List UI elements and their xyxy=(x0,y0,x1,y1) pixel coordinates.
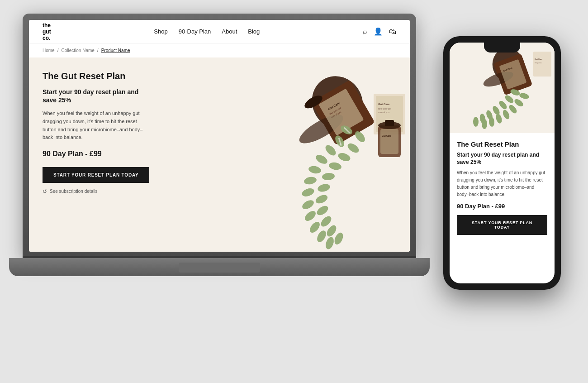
logo: the gut co. xyxy=(43,22,51,41)
svg-rect-43 xyxy=(380,129,398,154)
hero-desc: When you feel the weight of an unhappy g… xyxy=(43,110,151,141)
breadcrumb-product[interactable]: Product Name xyxy=(101,48,130,53)
user-icon[interactable]: 👤 xyxy=(374,27,383,36)
nav-shop[interactable]: Shop xyxy=(154,28,167,35)
phone-hero-desc: When you feel the weight of an unhappy g… xyxy=(457,169,547,198)
phone-device: Gut Care Gut Care the gut co. xyxy=(443,36,561,290)
svg-text:take your gut: take your gut xyxy=(378,107,392,110)
hero-title: The Gut Reset Plan xyxy=(43,71,151,81)
svg-text:Gut Care: Gut Care xyxy=(378,103,390,105)
svg-rect-51 xyxy=(533,52,551,77)
laptop-hero: The Gut Reset Plan Start your 90 day res… xyxy=(29,57,410,252)
laptop-base xyxy=(9,258,430,276)
phone-hero-price: 90 Day Plan - £99 xyxy=(457,203,547,210)
svg-text:care of you: care of you xyxy=(378,111,389,114)
logo-line3: co. xyxy=(43,35,51,41)
breadcrumb-home[interactable]: Home xyxy=(43,48,55,53)
phone-screen: Gut Care Gut Care the gut co. xyxy=(450,43,555,283)
phone-hero-title: The Gut Reset Plan xyxy=(457,140,547,148)
subscription-label[interactable]: See subscription details xyxy=(50,189,98,194)
phone-cta-button[interactable]: START YOUR RESET PLAN TODAY xyxy=(457,215,547,235)
subscription-icon: ↺ xyxy=(43,188,47,195)
phone-image-area: Gut Care Gut Care the gut co. xyxy=(450,43,555,133)
phone-hero-subtitle: Start your 90 day reset plan and save 25… xyxy=(457,152,547,166)
cart-icon[interactable]: 🛍 xyxy=(389,28,396,36)
laptop-device: the gut co. Shop 90-Day Plan About Blog … xyxy=(23,14,416,276)
logo-line2: gut xyxy=(43,29,51,35)
nav-blog[interactable]: Blog xyxy=(248,28,260,35)
hero-subtitle: Start your 90 day reset plan and save 25… xyxy=(43,88,151,104)
svg-text:Gut Care: Gut Care xyxy=(535,58,543,60)
nav-links: Shop 90-Day Plan About Blog xyxy=(154,28,260,35)
laptop-trackpad xyxy=(179,263,260,273)
svg-point-60 xyxy=(473,117,479,127)
hero-image-area: Gut Care take your gut care of you xyxy=(165,57,410,252)
hero-cta-button[interactable]: START YOUR RESET PLAN TODAY xyxy=(43,167,149,183)
search-icon[interactable]: ⌕ xyxy=(363,28,367,36)
nav-90day[interactable]: 90-Day Plan xyxy=(179,28,211,35)
laptop-nav: the gut co. Shop 90-Day Plan About Blog … xyxy=(29,20,410,43)
laptop-screen: the gut co. Shop 90-Day Plan About Blog … xyxy=(29,20,410,252)
svg-rect-42 xyxy=(385,120,394,126)
nav-icons: ⌕ 👤 🛍 xyxy=(363,27,396,36)
nav-about[interactable]: About xyxy=(222,28,237,35)
phone-content: The Gut Reset Plan Start your 90 day res… xyxy=(450,133,555,241)
scene: the gut co. Shop 90-Day Plan About Blog … xyxy=(0,0,588,383)
hero-price: 90 Day Plan - £99 xyxy=(43,150,151,158)
hero-content: The Gut Reset Plan Start your 90 day res… xyxy=(29,57,165,252)
logo-line1: the xyxy=(43,22,51,29)
svg-point-67 xyxy=(482,119,487,129)
svg-text:Gut Care: Gut Care xyxy=(382,134,391,137)
phone-notch xyxy=(484,43,520,53)
hero-sub-link: ↺ See subscription details xyxy=(43,188,151,195)
breadcrumb: Home / Collection Name / Product Name xyxy=(29,43,410,57)
breadcrumb-collection[interactable]: Collection Name xyxy=(61,48,94,53)
svg-text:the gut co.: the gut co. xyxy=(535,62,542,64)
laptop-body: the gut co. Shop 90-Day Plan About Blog … xyxy=(23,14,416,258)
